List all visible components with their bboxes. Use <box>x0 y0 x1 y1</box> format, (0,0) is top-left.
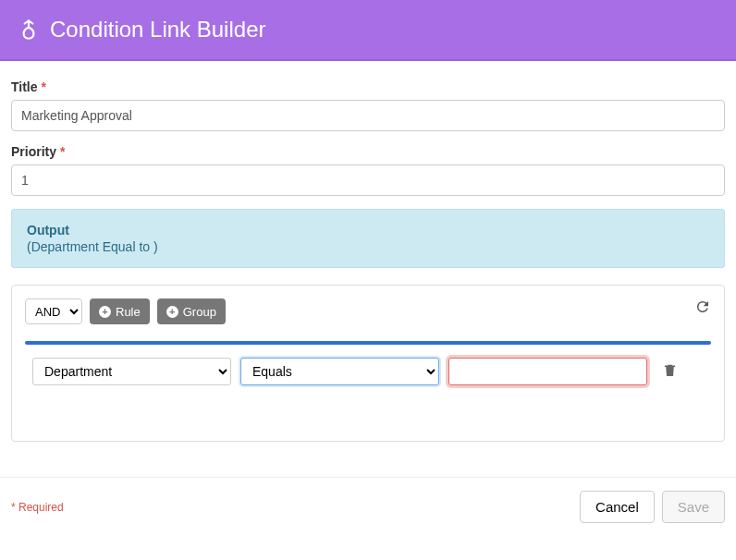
add-group-button[interactable]: + Group <box>157 298 226 324</box>
plus-circle-icon: + <box>166 306 178 318</box>
required-note: * Required <box>11 501 64 514</box>
required-note-text: Required <box>18 501 64 514</box>
rule-row: Department Equals <box>25 358 711 385</box>
svg-rect-2 <box>671 368 672 373</box>
add-group-label: Group <box>183 305 216 319</box>
svg-rect-0 <box>668 368 669 373</box>
required-star-icon: * <box>41 79 45 94</box>
priority-field-group: Priority * <box>11 144 725 196</box>
cancel-button[interactable]: Cancel <box>580 491 655 523</box>
priority-label: Priority * <box>11 144 725 159</box>
rule-divider <box>25 341 711 345</box>
output-heading: Output <box>27 223 709 237</box>
required-star-icon: * <box>60 144 65 159</box>
svg-rect-1 <box>669 368 670 373</box>
plus-circle-icon: + <box>99 306 111 318</box>
footer-actions: Cancel Save <box>580 491 725 523</box>
add-rule-label: Rule <box>116 305 141 319</box>
title-label-text: Title <box>11 79 38 94</box>
title-label: Title * <box>11 79 725 94</box>
rule-toolbar: AND + Rule + Group <box>25 298 711 324</box>
priority-input[interactable] <box>11 164 725 196</box>
rule-operator-select[interactable]: Equals <box>240 358 439 385</box>
add-rule-button[interactable]: + Rule <box>90 298 150 324</box>
save-button[interactable]: Save <box>662 491 725 523</box>
logic-select[interactable]: AND <box>25 298 82 324</box>
modal-footer: * Required Cancel Save <box>0 477 736 532</box>
modal-header: Condition Link Builder <box>0 0 736 61</box>
output-panel: Output (Department Equal to ) <box>11 209 725 268</box>
workflow-icon <box>17 18 41 42</box>
rule-builder-panel: AND + Rule + Group Department Equals <box>11 285 725 442</box>
refresh-icon[interactable] <box>694 298 711 318</box>
rule-value-input[interactable] <box>448 358 647 385</box>
rule-field-select[interactable]: Department <box>32 358 231 385</box>
title-input[interactable] <box>11 100 725 131</box>
modal-title: Condition Link Builder <box>50 17 265 43</box>
trash-icon[interactable] <box>662 362 678 381</box>
priority-label-text: Priority <box>11 144 56 159</box>
title-field-group: Title * <box>11 79 725 131</box>
output-expression: (Department Equal to ) <box>27 239 709 254</box>
required-star-icon: * <box>11 501 16 514</box>
modal-body: Title * Priority * Output (Department Eq… <box>0 61 736 451</box>
